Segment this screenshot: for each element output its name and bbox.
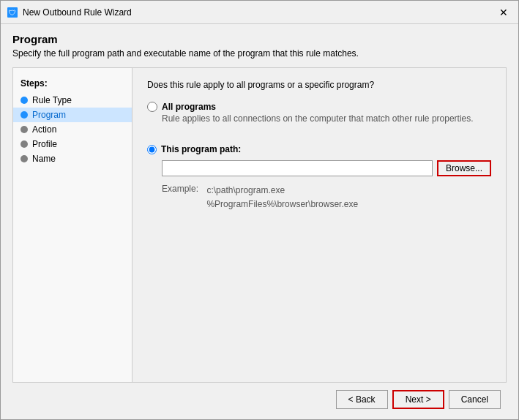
- steps-label: Steps:: [13, 75, 132, 93]
- program-path-option: This program path: Browse...: [147, 144, 491, 176]
- dot-icon-rule-type: [20, 97, 28, 104]
- program-path-radio[interactable]: [147, 145, 157, 154]
- example-line-2: %ProgramFiles%\browser\browser.exe: [206, 198, 358, 211]
- dot-icon-action: [20, 126, 28, 133]
- window-body: Program Specify the full program path an…: [1, 24, 518, 419]
- path-label-row: This program path:: [147, 144, 491, 154]
- sidebar: Steps: Rule Type Program Action Profile: [13, 68, 132, 382]
- title-bar-text: New Outbound Rule Wizard: [23, 7, 495, 18]
- dot-icon-name: [20, 155, 28, 162]
- back-button[interactable]: < Back: [336, 390, 388, 409]
- main-panel: Does this rule apply to all programs or …: [132, 68, 506, 382]
- page-description: Specify the full program path and execut…: [12, 48, 507, 59]
- sidebar-item-action[interactable]: Action: [13, 122, 132, 137]
- browse-button[interactable]: Browse...: [437, 160, 491, 176]
- all-programs-radio[interactable]: [147, 102, 157, 112]
- sidebar-item-profile[interactable]: Profile: [13, 137, 132, 151]
- svg-text:🛡: 🛡: [9, 9, 16, 17]
- sidebar-label-rule-type: Rule Type: [32, 95, 72, 105]
- wizard-window: 🛡 New Outbound Rule Wizard ✕ Program Spe…: [0, 0, 519, 420]
- sidebar-item-rule-type[interactable]: Rule Type: [13, 93, 132, 108]
- program-path-input[interactable]: [162, 160, 433, 176]
- all-programs-option: All programs Rule applies to all connect…: [147, 102, 491, 124]
- all-programs-row: All programs: [147, 102, 491, 112]
- example-section: Example: c:\path\program.exe %ProgramFil…: [162, 184, 491, 211]
- example-label: Example:: [162, 184, 198, 194]
- path-input-row: Browse...: [162, 160, 491, 176]
- sidebar-label-program: Program: [32, 110, 66, 120]
- example-values: c:\path\program.exe %ProgramFiles%\brows…: [206, 184, 358, 211]
- sidebar-label-profile: Profile: [32, 139, 57, 149]
- title-bar: 🛡 New Outbound Rule Wizard ✕: [1, 1, 518, 24]
- dot-icon-program: [20, 111, 28, 119]
- wizard-icon: 🛡: [7, 7, 18, 18]
- sidebar-item-name[interactable]: Name: [13, 151, 132, 166]
- sidebar-label-action: Action: [32, 124, 56, 135]
- next-button[interactable]: Next >: [392, 390, 444, 409]
- cancel-button[interactable]: Cancel: [449, 390, 501, 409]
- content-area: Steps: Rule Type Program Action Profile: [12, 67, 507, 383]
- sidebar-item-program[interactable]: Program: [13, 108, 132, 122]
- all-programs-desc: Rule applies to all connections on the c…: [162, 113, 491, 124]
- close-button[interactable]: ✕: [495, 4, 512, 21]
- example-line-1: c:\path\program.exe: [206, 184, 358, 198]
- radio-group: All programs Rule applies to all connect…: [147, 102, 491, 176]
- footer: < Back Next > Cancel: [12, 383, 507, 412]
- page-title: Program: [12, 33, 507, 45]
- program-path-label[interactable]: This program path:: [161, 144, 241, 154]
- sidebar-label-name: Name: [32, 154, 56, 164]
- dot-icon-profile: [20, 140, 28, 148]
- all-programs-label[interactable]: All programs: [162, 102, 216, 112]
- question-text: Does this rule apply to all programs or …: [147, 80, 491, 90]
